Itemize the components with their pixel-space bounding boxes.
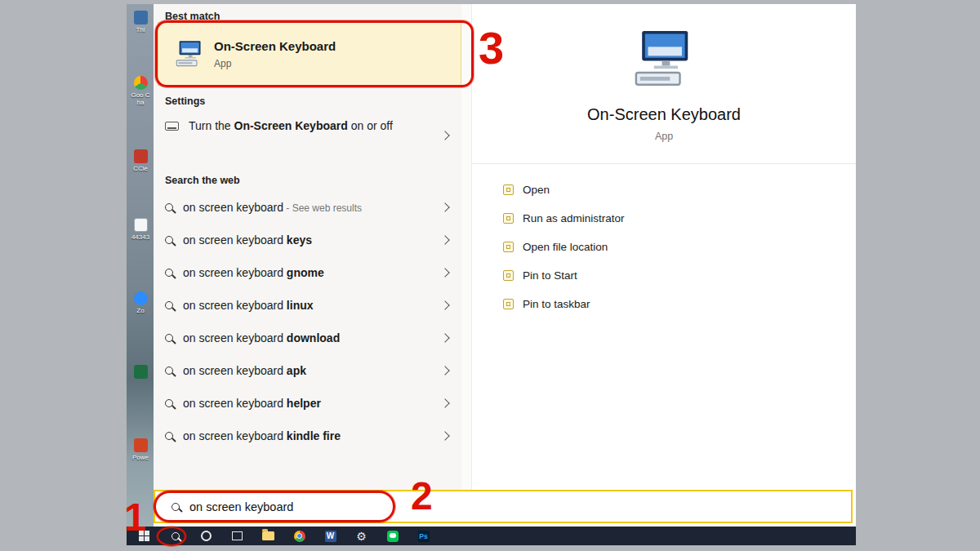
chevron-right-icon bbox=[440, 398, 449, 407]
file-explorer-button[interactable] bbox=[261, 529, 275, 543]
chevron-right-icon bbox=[440, 131, 449, 140]
web-suggestion-label: on screen keyboard download bbox=[183, 331, 442, 344]
chrome-button[interactable] bbox=[292, 529, 306, 543]
desktop-icon-powerpoint[interactable]: Powe bbox=[130, 438, 151, 461]
chevron-right-icon bbox=[440, 366, 449, 375]
zoom-icon bbox=[134, 291, 148, 305]
start-button[interactable] bbox=[137, 529, 151, 543]
cortana-button[interactable] bbox=[199, 529, 213, 543]
chevron-right-icon bbox=[440, 333, 449, 342]
desktop-icon-label: Goo Cha bbox=[130, 91, 151, 106]
on-screen-keyboard-icon bbox=[175, 39, 204, 69]
desktop-wallpaper: Thi Goo Cha CCle 44343 Zo Powe bbox=[127, 4, 154, 527]
powerpoint-icon bbox=[134, 438, 148, 452]
photoshop-button[interactable]: Ps bbox=[416, 529, 430, 543]
web-suggestion-label: on screen keyboard keys bbox=[183, 233, 442, 247]
settings-result[interactable]: Turn the On-Screen Keyboard on or off bbox=[154, 113, 461, 144]
web-suggestion-label: on screen keyboard linux bbox=[183, 299, 442, 312]
web-suggestion[interactable]: on screen keyboard gnome bbox=[154, 256, 461, 289]
web-suggestion[interactable]: on screen keyboard - See web results bbox=[154, 191, 461, 224]
taskbar-search-button[interactable] bbox=[168, 529, 182, 543]
action-label: Pin to Start bbox=[523, 269, 577, 282]
line-icon bbox=[387, 531, 399, 542]
chrome-icon bbox=[134, 76, 148, 90]
excel-icon bbox=[134, 365, 148, 379]
web-suggestion[interactable]: on screen keyboard kindle fire bbox=[154, 420, 461, 452]
run-as-admin-icon bbox=[503, 213, 514, 224]
search-icon bbox=[165, 367, 173, 375]
best-match-subtitle: App bbox=[214, 58, 336, 69]
action-pin-to-taskbar[interactable]: Pin to taskbar bbox=[472, 290, 856, 318]
search-icon bbox=[165, 399, 173, 407]
chevron-right-icon bbox=[440, 300, 449, 309]
file-icon bbox=[134, 218, 148, 232]
action-pin-to-start[interactable]: Pin to Start bbox=[472, 261, 856, 290]
word-icon: W bbox=[325, 531, 336, 542]
column-divider bbox=[461, 4, 472, 490]
action-run-as-administrator[interactable]: Run as administrator bbox=[472, 204, 856, 233]
action-open[interactable]: Open bbox=[472, 176, 856, 204]
line-button[interactable] bbox=[385, 529, 399, 543]
desktop-icon-label: 44343 bbox=[130, 233, 151, 241]
search-icon bbox=[165, 432, 173, 440]
task-view-button[interactable] bbox=[230, 529, 244, 543]
settings-button[interactable]: ⚙ bbox=[354, 529, 368, 543]
on-screen-keyboard-icon-large bbox=[632, 27, 696, 91]
desktop-icon-this-pc[interactable]: Thi bbox=[130, 11, 151, 33]
search-results-column: Best match On-Screen Keyboard App Settin… bbox=[154, 4, 461, 490]
this-pc-icon bbox=[134, 11, 148, 24]
gear-icon: ⚙ bbox=[356, 531, 367, 542]
detail-actions: Open Run as administrator Open file loca… bbox=[472, 176, 856, 318]
action-open-file-location[interactable]: Open file location bbox=[472, 233, 856, 261]
desktop-icon-label: Thi bbox=[130, 26, 151, 33]
search-the-web-header: Search the web bbox=[154, 168, 240, 191]
pin-to-start-icon bbox=[503, 270, 514, 281]
web-suggestion[interactable]: on screen keyboard keys bbox=[154, 224, 461, 256]
search-icon bbox=[165, 236, 173, 244]
ccleaner-icon bbox=[134, 149, 148, 163]
desktop-icon-chrome[interactable]: Goo Cha bbox=[130, 76, 151, 106]
windows-logo-icon bbox=[139, 531, 149, 541]
photoshop-icon: Ps bbox=[418, 531, 430, 542]
web-suggestion-label: on screen keyboard helper bbox=[183, 397, 442, 410]
open-icon bbox=[503, 184, 514, 195]
pin-to-taskbar-icon bbox=[503, 299, 514, 309]
web-suggestion-label: on screen keyboard gnome bbox=[183, 266, 442, 279]
desktop-icon-excel[interactable] bbox=[130, 365, 151, 380]
chevron-right-icon bbox=[440, 202, 449, 211]
action-label: Pin to taskbar bbox=[523, 298, 590, 310]
desktop-icon-zoom[interactable]: Zo bbox=[130, 291, 151, 314]
search-icon bbox=[165, 301, 173, 309]
desktop-icon-ccleaner[interactable]: CCle bbox=[130, 149, 151, 172]
web-suggestion[interactable]: on screen keyboard helper bbox=[154, 387, 461, 420]
web-suggestion[interactable]: on screen keyboard linux bbox=[154, 289, 461, 322]
web-suggestion[interactable]: on screen keyboard apk bbox=[154, 354, 461, 387]
web-suggestion[interactable]: on screen keyboard download bbox=[154, 322, 461, 354]
web-suggestion-label: on screen keyboard apk bbox=[183, 364, 442, 377]
web-suggestion-label: on screen keyboard - See web results bbox=[183, 201, 442, 214]
action-label: Open file location bbox=[523, 241, 608, 253]
cortana-icon bbox=[201, 531, 212, 541]
action-label: Run as administrator bbox=[523, 212, 625, 224]
search-icon bbox=[165, 269, 173, 277]
search-icon bbox=[172, 532, 180, 540]
desktop-icon-file[interactable]: 44343 bbox=[130, 218, 151, 241]
search-icon bbox=[172, 503, 180, 511]
chevron-right-icon bbox=[440, 431, 449, 440]
word-button[interactable]: W bbox=[323, 529, 337, 543]
folder-icon bbox=[262, 531, 274, 540]
chevron-right-icon bbox=[440, 268, 449, 277]
keyboard-icon bbox=[165, 122, 179, 131]
search-flyout: Best match On-Screen Keyboard App Settin… bbox=[154, 4, 856, 527]
search-input[interactable] bbox=[189, 500, 434, 513]
web-suggestion-label: on screen keyboard kindle fire bbox=[183, 429, 442, 442]
settings-header: Settings bbox=[154, 89, 205, 112]
desktop-icon-label: Powe bbox=[130, 454, 151, 461]
best-match-result[interactable]: On-Screen Keyboard App bbox=[158, 22, 461, 86]
chevron-right-icon bbox=[440, 235, 449, 244]
action-label: Open bbox=[523, 184, 550, 196]
best-match-title: On-Screen Keyboard bbox=[214, 39, 336, 53]
desktop-icon-label: Zo bbox=[130, 307, 151, 314]
detail-header: On-Screen Keyboard App bbox=[472, 4, 856, 164]
detail-panel: On-Screen Keyboard App Open Run as admin… bbox=[472, 4, 856, 490]
